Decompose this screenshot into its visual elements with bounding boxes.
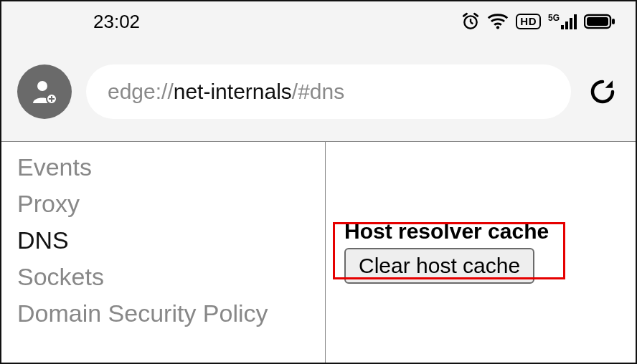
svg-rect-10 [574,14,577,29]
browser-bar: edge://net-internals/#dns [1,42,636,142]
sidebar-item-dns[interactable]: DNS [17,222,325,259]
svg-rect-12 [587,17,608,26]
battery-icon [584,14,615,29]
svg-line-2 [471,22,473,24]
sidebar-item-proxy[interactable]: Proxy [17,186,325,222]
url-path: /#dns [292,80,344,104]
url-host: net-internals [174,80,292,104]
clear-host-cache-button[interactable]: Clear host cache [344,248,534,284]
status-time: 23:02 [93,11,140,33]
sidebar-item-sockets[interactable]: Sockets [17,259,325,295]
sidebar-item-events[interactable]: Events [17,149,325,186]
section-title: Host resolver cache [344,219,620,244]
svg-rect-7 [561,25,564,29]
status-bar: 23:02 HD 5G [1,1,636,42]
svg-line-4 [475,14,478,16]
main-panel: Host resolver cache Clear host cache [326,142,636,363]
svg-rect-9 [570,18,572,29]
svg-text:5G: 5G [548,13,560,23]
svg-rect-13 [612,19,615,24]
svg-point-5 [496,26,499,29]
svg-point-14 [37,81,47,91]
svg-rect-8 [565,21,568,29]
profile-button[interactable] [17,64,72,119]
reload-button[interactable] [585,75,620,109]
alarm-icon [461,12,480,31]
person-add-icon [30,77,59,106]
signal-5g-icon: 5G [548,12,577,31]
svg-line-3 [464,14,467,16]
status-icons: HD 5G [461,12,615,31]
reload-icon [588,77,618,107]
address-bar[interactable]: edge://net-internals/#dns [86,64,571,119]
sidebar: Events Proxy DNS Sockets Domain Security… [1,142,326,363]
wifi-icon [487,13,509,30]
sidebar-item-domain-security-policy[interactable]: Domain Security Policy [17,295,325,332]
url-scheme: edge:// [108,80,174,104]
hd-icon: HD [516,14,541,29]
